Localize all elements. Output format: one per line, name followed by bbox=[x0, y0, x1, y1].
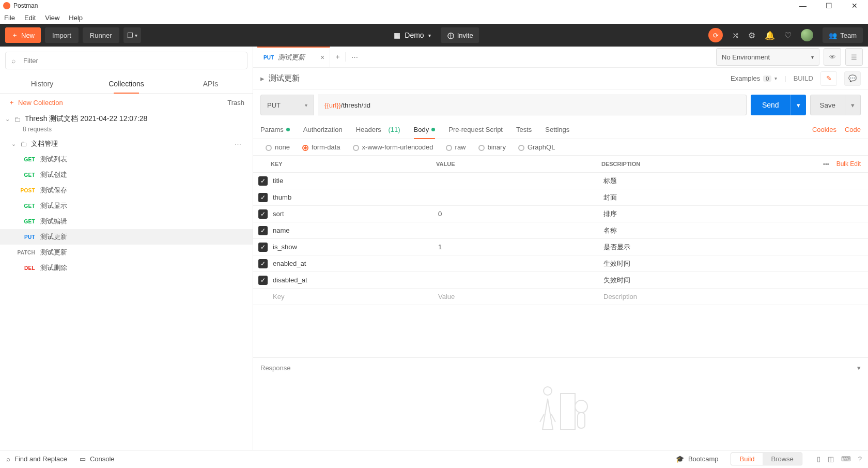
request-item[interactable]: DEL测试删除 bbox=[0, 260, 253, 276]
view-mode-toggle[interactable]: Build Browse bbox=[731, 452, 802, 465]
menu-file[interactable]: File bbox=[4, 14, 15, 22]
row-checkbox[interactable]: ✓ bbox=[258, 226, 268, 235]
save-button[interactable]: Save bbox=[810, 95, 845, 115]
window-minimize-icon[interactable]: — bbox=[797, 2, 809, 10]
row-checkbox[interactable]: ✓ bbox=[258, 276, 268, 285]
row-key[interactable]: sort bbox=[273, 210, 438, 218]
bootcamp-button[interactable]: 🎓 Bootcamp bbox=[676, 455, 719, 463]
build-mode[interactable]: Build bbox=[731, 453, 763, 465]
console-button[interactable]: ▭ Console bbox=[80, 455, 115, 463]
send-dropdown[interactable]: ▾ bbox=[791, 95, 806, 115]
subtab-prerequest[interactable]: Pre-request Script bbox=[448, 120, 503, 139]
request-item[interactable]: PUT测试更新 bbox=[0, 229, 253, 245]
row-description[interactable]: 封面 bbox=[603, 193, 868, 202]
heart-icon[interactable]: ♡ bbox=[784, 31, 792, 40]
browse-mode[interactable]: Browse bbox=[763, 453, 801, 465]
description-placeholder[interactable]: Description bbox=[603, 293, 868, 300]
find-replace-button[interactable]: ⌕ Find and Replace bbox=[6, 455, 67, 463]
tab-apis[interactable]: APIs bbox=[168, 74, 253, 93]
code-link[interactable]: Code bbox=[845, 126, 861, 133]
bodytype-none[interactable]: none bbox=[266, 143, 290, 151]
request-item[interactable]: PATCH测试更新 bbox=[0, 245, 253, 260]
row-description[interactable]: 生效时间 bbox=[603, 259, 868, 268]
breadcrumb-chevron-icon[interactable]: ▸ bbox=[260, 74, 265, 83]
row-key[interactable]: name bbox=[273, 227, 438, 234]
subtab-settings[interactable]: Settings bbox=[545, 120, 569, 139]
comments-button[interactable]: 💬 bbox=[844, 71, 861, 86]
row-value[interactable]: 0 bbox=[438, 210, 603, 218]
menu-edit[interactable]: Edit bbox=[24, 14, 36, 22]
request-tab[interactable]: PUT 测试更新 × bbox=[257, 47, 330, 67]
filter-input[interactable] bbox=[5, 52, 247, 69]
bulk-edit-link[interactable]: Bulk Edit bbox=[836, 160, 861, 168]
kv-new-row[interactable]: Key Value Description bbox=[253, 289, 868, 305]
save-dropdown[interactable]: ▾ bbox=[845, 95, 861, 115]
menu-help[interactable]: Help bbox=[69, 14, 83, 22]
help-icon[interactable]: ? bbox=[858, 455, 862, 463]
subtab-authorization[interactable]: Authorization bbox=[303, 120, 343, 139]
row-description[interactable]: 排序 bbox=[603, 209, 868, 219]
close-tab-icon[interactable]: × bbox=[320, 53, 324, 62]
row-checkbox[interactable]: ✓ bbox=[258, 209, 268, 219]
row-key[interactable]: disabled_at bbox=[273, 276, 438, 284]
request-item[interactable]: GET测试编辑 bbox=[0, 214, 253, 229]
kv-row[interactable]: ✓ enabled_at 生效时间 bbox=[253, 255, 868, 272]
folder-item[interactable]: ⌄ 🗀 文档管理 ⋯ bbox=[0, 136, 253, 152]
settings-gear-icon[interactable]: ⚙ bbox=[748, 31, 755, 40]
request-item[interactable]: GET测试列表 bbox=[0, 152, 253, 167]
row-key[interactable]: is_show bbox=[273, 243, 438, 251]
environment-quicklook-button[interactable]: 👁 bbox=[824, 48, 841, 66]
more-options-icon[interactable]: ⋯ bbox=[235, 140, 241, 148]
collection-item[interactable]: ⌄ 🗀 Thresh 测试文档 2021-04-22 12:07:28 bbox=[0, 111, 253, 127]
kv-row[interactable]: ✓ name 名称 bbox=[253, 222, 868, 239]
subtab-tests[interactable]: Tests bbox=[516, 120, 532, 139]
trash-link[interactable]: Trash bbox=[227, 99, 244, 107]
open-new-window-button[interactable]: ❐▾ bbox=[123, 27, 141, 43]
new-tab-button[interactable]: ＋ bbox=[330, 52, 346, 62]
sync-button[interactable]: ⟳ bbox=[708, 28, 723, 42]
menu-view[interactable]: View bbox=[45, 14, 59, 22]
row-key[interactable]: enabled_at bbox=[273, 260, 438, 267]
subtab-body[interactable]: Body bbox=[414, 120, 436, 139]
kv-row[interactable]: ✓ sort 0 排序 bbox=[253, 206, 868, 222]
row-description[interactable]: 失效时间 bbox=[603, 276, 868, 285]
user-avatar[interactable] bbox=[801, 29, 813, 41]
row-checkbox[interactable]: ✓ bbox=[258, 176, 268, 186]
key-placeholder[interactable]: Key bbox=[273, 293, 438, 300]
edit-button[interactable]: ✎ bbox=[820, 71, 837, 86]
environment-selector[interactable]: No Environment ▾ bbox=[716, 48, 819, 66]
row-value[interactable]: 1 bbox=[438, 243, 603, 251]
kv-row[interactable]: ✓ disabled_at 失效时间 bbox=[253, 272, 868, 289]
new-button[interactable]: ＋ New bbox=[5, 27, 41, 43]
row-checkbox[interactable]: ✓ bbox=[258, 193, 268, 202]
subtab-params[interactable]: Params bbox=[260, 120, 290, 139]
request-item[interactable]: GET测试显示 bbox=[0, 198, 253, 214]
http-method-selector[interactable]: PUT ▾ bbox=[260, 95, 314, 115]
bodytype-xwww[interactable]: x-www-form-urlencoded bbox=[353, 143, 433, 151]
tab-collections[interactable]: Collections bbox=[84, 74, 168, 93]
keyboard-shortcuts-icon[interactable]: ⌨ bbox=[841, 455, 851, 463]
row-key[interactable]: thumb bbox=[273, 193, 438, 201]
subtab-headers[interactable]: Headers (11) bbox=[356, 120, 400, 139]
row-description[interactable]: 标题 bbox=[603, 176, 868, 186]
invite-button[interactable]: ⨁ Invite bbox=[441, 27, 479, 43]
new-collection-button[interactable]: ＋ New Collection bbox=[8, 98, 63, 107]
row-description[interactable]: 名称 bbox=[603, 226, 868, 235]
notifications-bell-icon[interactable]: 🔔 bbox=[765, 31, 775, 40]
import-button[interactable]: Import bbox=[45, 27, 79, 43]
workspace-switcher[interactable]: ▦ Demo ▾ bbox=[389, 27, 436, 43]
runner-button[interactable]: Runner bbox=[83, 27, 119, 43]
kv-row[interactable]: ✓ is_show 1 是否显示 bbox=[253, 239, 868, 255]
bodytype-graphql[interactable]: GraphQL bbox=[518, 143, 555, 151]
examples-dropdown[interactable]: Examples 0 ▾ bbox=[731, 74, 777, 82]
window-close-icon[interactable]: ✕ bbox=[848, 2, 861, 10]
tab-history[interactable]: History bbox=[0, 74, 84, 93]
tab-options-icon[interactable]: ⋯ bbox=[346, 53, 363, 61]
layout-split-icon[interactable]: ◫ bbox=[828, 455, 834, 463]
bodytype-binary[interactable]: binary bbox=[478, 143, 506, 151]
response-collapse-icon[interactable]: ▾ bbox=[857, 364, 861, 372]
value-placeholder[interactable]: Value bbox=[438, 293, 603, 300]
layout-single-icon[interactable]: ▯ bbox=[817, 455, 820, 463]
send-button[interactable]: Send bbox=[751, 95, 791, 115]
team-button[interactable]: 👥 Team bbox=[823, 27, 863, 43]
